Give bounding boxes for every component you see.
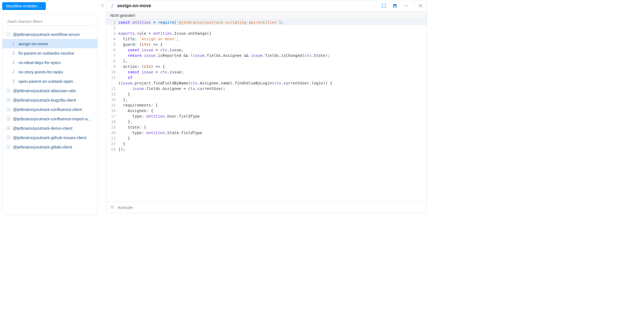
workflow-group[interactable]: +@jetbrains/youtrack-demo-client: [2, 123, 97, 133]
code-line: 14 },: [106, 97, 427, 102]
workflow-group-label: @jetbrains/youtrack-github-issues-client: [13, 135, 86, 140]
line-number: 5: [106, 42, 118, 47]
code-content: title: 'Assign on move',: [118, 36, 179, 42]
console-label: Konsole: [118, 205, 133, 210]
close-editor-button[interactable]: [414, 2, 424, 10]
code-line: 19 State: {: [106, 124, 427, 130]
line-number: 9: [106, 64, 118, 69]
line-number: 10: [106, 69, 118, 75]
workflow-group[interactable]: +@jetbrains/youtrack-github-issues-clien…: [2, 133, 97, 142]
line-number: 21: [106, 136, 118, 141]
console-toggle[interactable]: Konsole: [106, 202, 427, 213]
workflow-sidebar: Workflow erstellen ... −@jetbrains/youtr…: [0, 0, 100, 215]
workflow-rule[interactable]: fix-parent-on-subtasks-resolve: [2, 48, 97, 58]
workflow-group[interactable]: +@jetbrains/youtrack-confluence-import-a…: [2, 114, 97, 123]
code-line: 4 title: 'Assign on move',: [106, 36, 427, 42]
code-content: const issue = ctx.issue;: [118, 69, 183, 75]
code-content: requirements: {: [118, 102, 158, 108]
code-editor[interactable]: 1const entities = require('@jetbrains/yo…: [106, 20, 427, 202]
line-number: [106, 80, 118, 86]
code-content: if: [118, 75, 132, 80]
expand-icon[interactable]: +: [6, 107, 10, 111]
workflow-group-label: @jetbrains/youtrack-bugzilla-client: [13, 98, 76, 102]
rule-icon: [110, 4, 115, 8]
code-content: }: [118, 136, 130, 141]
code-line: 20 type: entities.State.fieldType: [106, 130, 427, 136]
code-line: 9 action: (ctx) => {: [106, 64, 427, 69]
line-number: 13: [106, 91, 118, 97]
code-line: 1const entities = require('@jetbrains/yo…: [106, 20, 427, 25]
code-line: 23});: [106, 147, 427, 152]
line-number: 8: [106, 58, 118, 64]
code-content: type: entities.State.fieldType: [118, 130, 202, 136]
expand-icon[interactable]: +: [6, 136, 10, 139]
workflow-group-label: @jetbrains/youtrack-confluence-client: [13, 107, 82, 112]
code-content: },: [118, 119, 132, 124]
code-line: 12 issue.fields.Assignee = ctx.currentUs…: [106, 86, 427, 91]
collapse-sidebar-button[interactable]: [100, 0, 105, 215]
code-line: 21 }: [106, 136, 427, 141]
chevron-double-left-icon: [100, 3, 105, 8]
code-content: exports.rule = entities.Issue.onChange({: [118, 31, 211, 36]
workflow-group-label: @jetbrains/youtrack-confluence-import-a.…: [13, 116, 91, 121]
line-number: 14: [106, 97, 118, 102]
more-actions-button[interactable]: [402, 2, 410, 10]
close-icon: [419, 4, 422, 8]
code-line: 6 const issue = ctx.issue;: [106, 47, 427, 53]
code-line: 10 const issue = ctx.issue;: [106, 69, 427, 75]
code-line: 18 },: [106, 119, 427, 124]
code-content: Assignee: {: [118, 108, 153, 113]
code-content: },: [118, 97, 128, 102]
workflow-group-label: @jetbrains/youtrack-demo-client: [13, 126, 72, 131]
console-icon: [110, 205, 115, 210]
expand-icon[interactable]: +: [6, 89, 10, 92]
create-workflow-button[interactable]: Workflow erstellen ...: [2, 2, 46, 10]
code-content: return issue.isReported && !issue.fields…: [118, 53, 330, 58]
workflow-group[interactable]: +@jetbrains/youtrack-bugzilla-client: [2, 95, 97, 105]
line-number: 11: [106, 75, 118, 80]
workflow-rule[interactable]: assign-on-move: [2, 39, 97, 48]
code-line: 22 }: [106, 141, 427, 147]
workflow-rule[interactable]: no-ideal-days-for-epics: [2, 58, 97, 67]
editor-title: assign-on-move: [117, 3, 377, 8]
rule-icon: [11, 41, 16, 46]
code-line: 17 type: entities.User.fieldType: [106, 113, 427, 119]
workflow-tree: −@jetbrains/youtrack-workflow-scrumassig…: [2, 28, 97, 152]
workflow-group[interactable]: +@jetbrains/youtrack-atlassian-utils: [2, 86, 97, 95]
rule-icon: [11, 70, 16, 74]
workflow-rule[interactable]: open-parent-on-subtask-open: [2, 76, 97, 86]
workflow-group[interactable]: −@jetbrains/youtrack-workflow-scrum: [2, 30, 97, 39]
code-content: type: entities.User.fieldType: [118, 113, 200, 119]
expand-icon[interactable]: +: [6, 98, 10, 102]
workflow-group[interactable]: +@jetbrains/youtrack-confluence-client: [2, 105, 97, 114]
code-content: }: [118, 141, 125, 147]
workflow-rule-label: fix-parent-on-subtasks-resolve: [18, 51, 74, 55]
workflow-rule-label: no-ideal-days-for-epics: [18, 60, 61, 65]
workflow-group-label: @jetbrains/youtrack-gitlab-client: [13, 145, 72, 149]
incognito-button[interactable]: [391, 2, 399, 10]
code-content: State: {: [118, 124, 146, 130]
code-content: }: [118, 91, 130, 97]
line-number: 18: [106, 119, 118, 124]
expand-button[interactable]: [380, 2, 388, 10]
line-number: 17: [106, 113, 118, 119]
expand-icon[interactable]: +: [6, 117, 10, 121]
workflow-rule[interactable]: no-story-points-for-tasks: [2, 67, 97, 76]
code-content: const entities = require('@jetbrains/you…: [118, 20, 284, 25]
code-content: });: [118, 147, 125, 152]
filter-input[interactable]: [7, 17, 93, 26]
code-line: 13 }: [106, 91, 427, 97]
code-content: (issue.project.findFieldByName(ctx.Assig…: [118, 80, 332, 86]
expand-icon[interactable]: +: [6, 145, 10, 149]
editor-status-bar: Nicht geändert: [106, 11, 427, 20]
code-content: guard: (ctx) => {: [118, 42, 163, 47]
svg-point-0: [404, 5, 405, 6]
editor-header: assign-on-move: [106, 0, 427, 11]
collapse-icon[interactable]: −: [6, 32, 10, 36]
line-number: 4: [106, 36, 118, 42]
code-line: 2: [106, 25, 427, 31]
workflow-group[interactable]: +@jetbrains/youtrack-gitlab-client: [2, 142, 97, 152]
expand-icon[interactable]: +: [6, 126, 10, 130]
code-line: 15 requirements: {: [106, 102, 427, 108]
rule-icon: [11, 60, 16, 65]
